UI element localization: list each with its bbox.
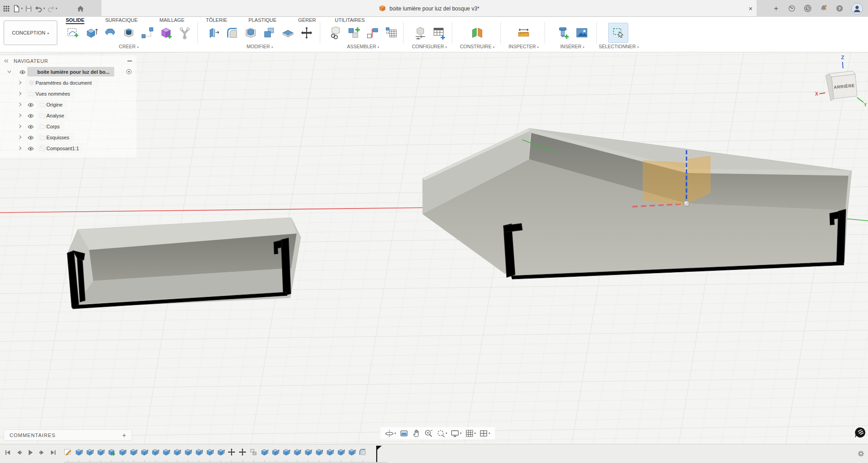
navigator-item-label[interactable]: boite lumière pour luz del bo... — [37, 69, 110, 75]
navigator-row[interactable]: Analyse — [0, 110, 136, 121]
navigator-item-label[interactable]: Vues nommées — [35, 91, 70, 97]
new-tab-button[interactable]: + — [772, 3, 781, 15]
group-label-assembler[interactable]: ASSEMBLER▾ — [323, 44, 403, 49]
chevron-right-icon[interactable] — [17, 102, 23, 107]
navigator-item-label[interactable]: Analyse — [46, 113, 64, 118]
timeline-feature-extrude[interactable] — [326, 448, 334, 457]
visibility-eye-icon[interactable] — [19, 69, 26, 76]
activate-component-radio[interactable] — [126, 68, 132, 75]
extrude-icon[interactable] — [83, 24, 100, 42]
extension-clock-icon[interactable] — [803, 3, 812, 15]
timeline-feature-fillet[interactable] — [358, 448, 367, 457]
view-cube[interactable]: ARRIÈRE Z X Y — [813, 51, 868, 115]
chevron-right-icon[interactable] — [17, 134, 23, 140]
timeline-feature-extrude[interactable] — [260, 448, 268, 457]
insert-fastener-icon[interactable] — [555, 24, 571, 42]
timeline-feature-extrude[interactable] — [118, 448, 126, 457]
navigator-item-label[interactable]: Corps — [46, 124, 60, 129]
visibility-eye-icon[interactable] — [27, 112, 34, 119]
job-status-icon[interactable] — [787, 3, 797, 15]
bom-table-icon[interactable] — [383, 24, 399, 42]
timeline-play-button[interactable] — [26, 448, 35, 457]
visibility-eye-icon[interactable] — [27, 134, 34, 141]
navigator-item-label[interactable]: Origine — [46, 102, 62, 107]
group-label-construire[interactable]: CONSTRUIRE▾ — [454, 44, 500, 49]
timeline-feature-extrude[interactable] — [217, 448, 225, 457]
hole-icon[interactable] — [121, 24, 137, 42]
navigator-row[interactable]: Esquisses — [0, 132, 136, 143]
chevron-right-icon[interactable] — [17, 112, 23, 118]
visibility-eye-icon[interactable] — [27, 145, 34, 152]
pipe-icon[interactable] — [177, 24, 193, 42]
navigator-row[interactable]: Composant1:1 — [0, 143, 136, 154]
new-component-icon[interactable] — [346, 24, 362, 42]
timeline-playhead[interactable] — [376, 445, 382, 462]
workspace-mode-button[interactable]: CONCEPTION▾ — [4, 20, 57, 45]
chevron-right-icon[interactable] — [17, 91, 23, 97]
orbit-icon[interactable]: ▾ — [384, 428, 397, 438]
timeline-feature-extrude[interactable] — [75, 448, 83, 457]
timeline-feature-extrude[interactable] — [304, 448, 312, 457]
timeline-feature-extrude[interactable] — [151, 448, 159, 457]
construction-plane-icon[interactable] — [469, 24, 485, 42]
timeline-feature-extrude[interactable] — [86, 448, 94, 457]
navigator-item-label[interactable]: Composant1:1 — [46, 146, 79, 151]
chevron-right-icon[interactable] — [17, 80, 23, 86]
timeline-feature-extrude[interactable] — [140, 448, 148, 457]
configure-icon[interactable] — [412, 24, 429, 42]
timeline-step-forward-button[interactable] — [38, 448, 46, 457]
file-new-icon[interactable]: ▾ — [12, 3, 23, 15]
visibility-eye-icon[interactable] — [27, 102, 34, 108]
timeline-feature-move[interactable] — [238, 448, 247, 457]
document-tab[interactable]: boite lumière pour luz del bosque v3* — [101, 0, 757, 17]
timeline-feature-sketch[interactable] — [64, 448, 72, 457]
redo-icon[interactable]: ▾ — [46, 3, 58, 15]
rectangular-pattern-icon[interactable] — [139, 24, 156, 42]
timeline-feature-move[interactable] — [227, 448, 236, 457]
collapse-panel-icon[interactable] — [4, 58, 9, 64]
timeline-feature-extrude[interactable] — [337, 448, 345, 457]
timeline-feature-extrude[interactable] — [293, 448, 301, 457]
combine-icon[interactable] — [261, 24, 278, 42]
save-icon[interactable] — [24, 3, 33, 15]
timeline-feature-copy[interactable] — [249, 448, 257, 457]
user-avatar[interactable] — [851, 3, 863, 15]
minimize-panel-button[interactable] — [126, 57, 133, 64]
create-form-icon[interactable] — [158, 24, 174, 42]
timeline-skip-end-button[interactable] — [49, 448, 57, 457]
visibility-eye-icon[interactable] — [27, 123, 34, 130]
configuration-table-icon[interactable] — [431, 24, 447, 42]
insert-derive-icon[interactable] — [327, 24, 343, 42]
press-pull-icon[interactable] — [205, 24, 222, 42]
move-copy-icon[interactable] — [298, 24, 315, 42]
timeline-feature-extrude-new[interactable] — [107, 448, 116, 457]
notifications-bell-icon[interactable] — [819, 3, 828, 15]
offset-face-icon[interactable] — [280, 24, 296, 42]
revolve-icon[interactable] — [102, 24, 118, 42]
fillet-tool-icon[interactable] — [224, 24, 240, 42]
look-at-icon[interactable] — [399, 428, 409, 438]
pan-icon[interactable] — [411, 428, 421, 438]
shell-icon[interactable] — [242, 24, 259, 42]
app-grid-icon[interactable] — [2, 3, 11, 15]
timeline-feature-extrude[interactable] — [173, 448, 181, 457]
navigator-item-label[interactable]: Esquisses — [46, 135, 69, 140]
timeline-feature-extrude[interactable] — [206, 448, 214, 457]
close-tab-button[interactable]: × — [745, 3, 756, 14]
assistant-balloon-icon[interactable] — [854, 427, 866, 439]
timeline-feature-extrude[interactable] — [96, 448, 105, 457]
timeline-feature-extrude[interactable] — [162, 448, 170, 457]
navigator-item-label[interactable]: Paramètres du document — [35, 80, 92, 86]
navigator-row[interactable]: Paramètres du document — [0, 77, 136, 88]
joint-icon[interactable] — [364, 24, 381, 42]
chevron-right-icon[interactable] — [17, 145, 23, 151]
grid-settings-icon[interactable]: ▾ — [464, 428, 477, 438]
fit-icon[interactable]: ▾ — [436, 428, 448, 438]
measure-icon[interactable] — [515, 24, 532, 42]
group-label-inspecter[interactable]: INSPECTER▾ — [502, 44, 545, 49]
timeline-feature-extrude[interactable] — [282, 448, 290, 457]
home-icon[interactable] — [76, 3, 85, 15]
comments-panel[interactable]: COMMENTAIRES + — [4, 429, 132, 441]
undo-icon[interactable]: ▾ — [34, 3, 45, 15]
timeline-settings-gear-icon[interactable] — [857, 450, 865, 458]
